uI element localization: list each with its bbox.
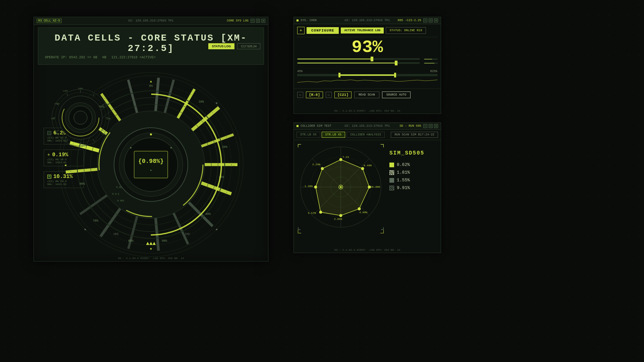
- legend-icon-yellow: [389, 163, 394, 167]
- sim-title: SIM_SD505: [389, 150, 424, 156]
- svg-point-94: [321, 167, 324, 170]
- mini-graph: [297, 77, 437, 84]
- tab-strlb-x5-1[interactable]: STR.LB X5: [297, 132, 320, 138]
- legend-value-2: 1.81%: [397, 170, 410, 175]
- legend-icon-stripe: [389, 170, 394, 175]
- rb-minimize-button[interactable]: ─: [423, 124, 427, 128]
- slider-thumb-2[interactable]: [395, 61, 397, 65]
- rt-maximize-button[interactable]: □: [429, 18, 433, 22]
- sim-legend: SIM_SD505 8.62% 1.81% 1.55% 9.91%: [388, 143, 426, 241]
- run-scan-button[interactable]: RUN SCAN SIM B17:24-22: [391, 132, 438, 138]
- legend-value-3: 1.55%: [397, 178, 410, 183]
- maximize-button[interactable]: □: [256, 19, 260, 23]
- svg-text:%90: %90: [51, 118, 55, 120]
- right-bottom-os-bar: OS.: V.1.03.5 EVENT: .LOG GTX: #52 NO. 1…: [294, 248, 441, 251]
- svg-point-33: [170, 147, 172, 148]
- big-percent-display: 93%: [294, 37, 441, 56]
- slider-track-2[interactable]: [297, 62, 420, 64]
- svg-point-32: [150, 133, 152, 135]
- svg-text:{0.98%}: {0.98%}: [138, 158, 164, 165]
- main-window: R3 CELL XZ-5 UI: 129.155.213:27015 TPi C…: [34, 17, 268, 261]
- svg-rect-110: [298, 227, 299, 230]
- svg-text:140%: 140%: [105, 103, 110, 105]
- main-title-center: UI: 129.155.213:27015 TPi: [128, 19, 173, 22]
- svg-text:110%: 110%: [63, 90, 68, 92]
- slider-row-1: [297, 58, 437, 60]
- rb-maximize-button[interactable]: □: [429, 124, 433, 128]
- close-button[interactable]: ✕: [261, 19, 265, 23]
- double-thumb-left[interactable]: [338, 73, 340, 77]
- main-tag-right: CORE SYS LOG: [227, 19, 249, 22]
- corner-br: [380, 230, 384, 233]
- slider-fill-2: [298, 63, 395, 63]
- tab-strlb-x5-2[interactable]: STR.LB X5: [322, 132, 345, 138]
- svg-text:◁◁: ◁◁: [113, 232, 118, 236]
- radar-container: 7.23 8.48% 10.35% 4.99% 2.05% 5.57% 1.36…: [297, 143, 384, 234]
- source-auto-button[interactable]: SOURCE AUTO: [382, 92, 411, 98]
- configure-button[interactable]: CONFIGURE: [307, 27, 339, 34]
- rt-close-button[interactable]: ✕: [434, 18, 438, 22]
- svg-text:60%: 60%: [128, 239, 134, 243]
- svg-text:▲▲▲: ▲▲▲: [146, 241, 156, 247]
- right-top-window: SYS. CHDK UI: 129.155.213:27015 TPi R05 …: [293, 17, 441, 114]
- double-slider-area: 45% 825%: [294, 68, 441, 88]
- corner-bl: [298, 230, 301, 233]
- svg-text:180%: 180%: [55, 133, 60, 135]
- c21-label: [C21]: [334, 92, 352, 98]
- svg-line-55: [102, 104, 104, 105]
- svg-text:80%: 80%: [79, 182, 85, 186]
- svg-text:0%: 0%: [149, 84, 153, 88]
- indicator-dot: [297, 19, 299, 21]
- slider-thumb-1[interactable]: [371, 57, 373, 61]
- svg-line-64: [67, 94, 68, 96]
- svg-text:▼: ▼: [150, 247, 152, 251]
- corner-tl: [298, 144, 301, 147]
- slider-row-2: [297, 62, 437, 64]
- right-bottom-titlebar: COLLIDER SIM TEST UI: 129.155.213:27015 …: [294, 123, 441, 130]
- legend-value-4: 9.91%: [397, 185, 410, 190]
- svg-rect-29: [134, 151, 168, 178]
- tab-collider-analysis[interactable]: COLLIDER ANALYSIS: [346, 132, 385, 138]
- double-fill: [339, 74, 395, 76]
- svg-text:◄: ◄: [64, 164, 66, 167]
- main-tag-left: R3 CELL XZ-5: [37, 18, 62, 23]
- svg-text:◥: ◥: [215, 102, 217, 105]
- collider-title-label: COLLIDER SIM TEST: [301, 124, 331, 128]
- svg-line-61: [57, 130, 59, 132]
- status-log-button[interactable]: STATUS LOG: [208, 43, 235, 49]
- minimize-button[interactable]: ─: [251, 19, 255, 23]
- svg-text:10%: 10%: [199, 100, 204, 104]
- svg-point-34: [130, 147, 131, 148]
- legend-value-1: 8.62%: [397, 162, 410, 167]
- svg-point-91: [339, 214, 342, 217]
- configure-row: + CONFIGURE ACTIVE TOLERANCE LOG STATUS:…: [294, 24, 441, 37]
- right-bottom-window: COLLIDER SIM TEST UI: 129.155.213:27015 …: [293, 122, 441, 253]
- svg-line-57: [102, 130, 104, 132]
- circular-display: 6.25% (C2) AA 34-3 OAL: 1414.01 + 0.19% …: [40, 67, 262, 262]
- sd-run-label: SD - RUN 505: [399, 124, 421, 128]
- main-os-bar: OS.: V.1.03.5 EVENT: .LOG GTX: #52 NO. 1…: [34, 257, 268, 260]
- svg-text:120%: 120%: [55, 103, 60, 105]
- c17-button[interactable]: C17.525.24: [237, 43, 260, 49]
- rb-close-button[interactable]: ✕: [434, 124, 438, 128]
- svg-point-87: [339, 158, 342, 161]
- svg-text:7.23: 7.23: [342, 156, 349, 159]
- read-scan-button[interactable]: READ SCAN: [354, 92, 379, 98]
- slider-track-1[interactable]: [297, 58, 420, 60]
- svg-text:►: ►: [235, 164, 237, 167]
- svg-text:5.57%: 5.57%: [308, 212, 316, 215]
- r8-label: [R-8]: [306, 92, 323, 98]
- collider-body: 7.23 8.48% 10.35% 4.99% 2.05% 5.57% 1.36…: [294, 140, 441, 244]
- double-track[interactable]: [297, 74, 437, 76]
- svg-text:▲: ▲: [150, 80, 152, 83]
- radar-svg: 7.23 8.48% 10.35% 4.99% 2.05% 5.57% 1.36…: [297, 143, 384, 231]
- plus-button[interactable]: +: [297, 27, 305, 34]
- double-thumb-right[interactable]: [394, 73, 396, 77]
- main-subtitle: OPERATE IP: 6542.262 >> 6B HB 121.222:27…: [45, 56, 257, 59]
- rt-minimize-button[interactable]: ─: [423, 18, 427, 22]
- svg-text:160%: 160%: [102, 133, 107, 135]
- svg-point-90: [358, 207, 361, 210]
- rb-title-center: UI: 129.155.213:27015 TPi: [344, 124, 390, 128]
- tolerance-log-label: ACTIVE TOLERANCE LOG: [341, 27, 384, 34]
- svg-text:70%: 70%: [93, 219, 99, 223]
